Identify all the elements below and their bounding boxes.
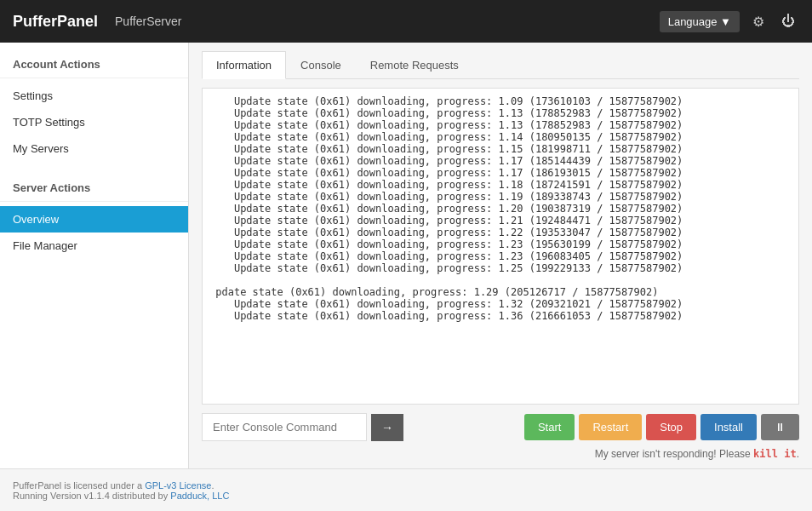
account-section-title: Account Actions — [0, 51, 188, 78]
tab-information[interactable]: Information — [202, 51, 286, 79]
layout: Account Actions Settings TOTP Settings M… — [0, 43, 812, 468]
power-icon[interactable]: ⏻ — [777, 9, 799, 33]
kill-link[interactable]: kill it — [753, 448, 797, 460]
console-input-row: → Start Restart Stop Install ⏸ — [202, 413, 799, 441]
main-content: Information Console Remote Requests Upda… — [189, 43, 812, 468]
sidebar-item-totp[interactable]: TOTP Settings — [0, 109, 188, 135]
sidebar-item-my-servers[interactable]: My Servers — [0, 135, 188, 162]
server-status-message: My server isn't responding! Please kill … — [202, 448, 799, 460]
console-output: Update state (0x61) downloading, progres… — [202, 88, 799, 405]
console-input[interactable] — [202, 413, 367, 441]
tab-remote-requests[interactable]: Remote Requests — [356, 51, 473, 79]
console-send-button[interactable]: → — [371, 414, 403, 441]
tabs: Information Console Remote Requests — [202, 51, 799, 79]
footer: PufferPanel is licensed under a GPL-v3 L… — [0, 468, 812, 511]
install-button[interactable]: Install — [700, 414, 757, 440]
server-section-title: Server Actions — [0, 175, 188, 202]
status-suffix: . — [797, 448, 799, 460]
server-name: PufferServer — [115, 14, 660, 28]
sidebar: Account Actions Settings TOTP Settings M… — [0, 43, 189, 468]
sidebar-item-settings[interactable]: Settings — [0, 83, 188, 109]
server-controls: Start Restart Stop Install ⏸ — [524, 414, 799, 440]
footer-version: Running Version v1.1.4 distributed by Pa… — [13, 491, 799, 501]
header: PufferPanel PufferServer Language ▼ ⚙ ⏻ — [0, 0, 812, 43]
restart-button[interactable]: Restart — [579, 414, 642, 440]
tab-console[interactable]: Console — [286, 51, 356, 79]
pause-button[interactable]: ⏸ — [761, 414, 799, 440]
settings-icon[interactable]: ⚙ — [748, 9, 769, 34]
brand-logo: PufferPanel — [13, 13, 98, 31]
version-link[interactable]: Padduck, LLC — [170, 491, 229, 501]
sidebar-item-overview[interactable]: Overview — [0, 206, 188, 233]
sidebar-item-file-manager[interactable]: File Manager — [0, 233, 188, 259]
license-link[interactable]: GPL-v3 License — [145, 480, 211, 491]
start-button[interactable]: Start — [524, 414, 575, 440]
language-dropdown[interactable]: Language ▼ — [660, 11, 740, 32]
header-right: Language ▼ ⚙ ⏻ — [660, 9, 799, 34]
bottom-row: My server isn't responding! Please kill … — [202, 448, 799, 460]
footer-license: PufferPanel is licensed under a GPL-v3 L… — [13, 480, 799, 491]
status-prefix: My server isn't responding! Please — [595, 448, 751, 460]
stop-button[interactable]: Stop — [646, 414, 696, 440]
